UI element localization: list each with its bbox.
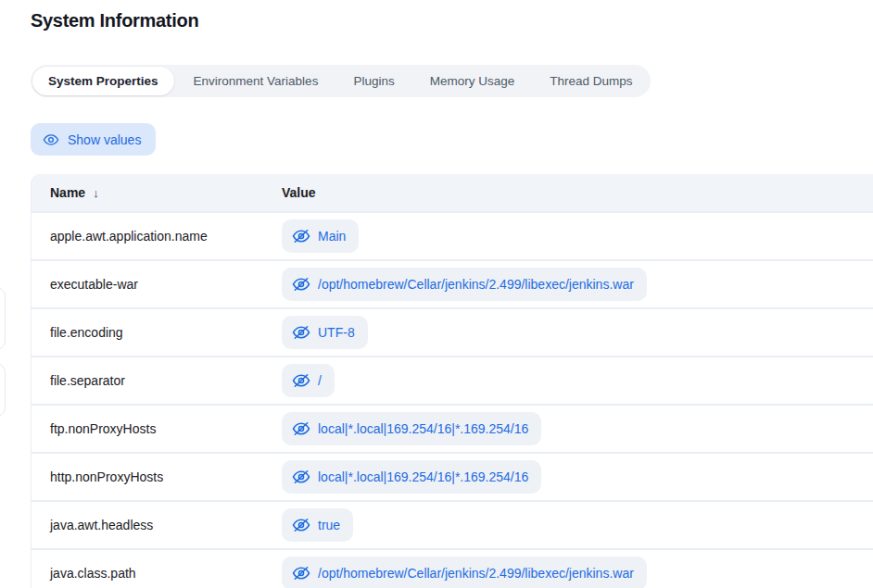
hidden-value-text: local|*.local|169.254/16|*.169.254/16 [318,421,528,436]
hidden-value-button[interactable]: Main [282,219,359,253]
eye-slash-icon [292,275,310,294]
property-value-cell: / [282,364,873,397]
property-name: executable-war [32,277,282,292]
hidden-value-text: true [318,518,340,532]
table-body: apple.awt.application.name Main executab… [32,213,873,588]
table-row: java.class.path /opt/homebrew/Cellar/jen… [32,550,873,588]
hidden-value-button[interactable]: local|*.local|169.254/16|*.169.254/16 [282,460,541,494]
eye-slash-icon [292,468,310,486]
table-row: http.nonProxyHosts local|*.local|169.254… [32,454,873,500]
eye-slash-icon [292,564,310,582]
table-row: file.separator / [32,357,873,404]
eye-slash-icon [292,227,310,245]
tab-label: Memory Usage [430,74,515,88]
tab-label: System Properties [48,74,158,88]
table-row: java.awt.headless true [32,502,873,548]
column-header-name[interactable]: Name ↓ [32,185,282,200]
property-value-cell: true [282,508,873,542]
column-header-name-label: Name [50,185,85,200]
hidden-value-button[interactable]: true [282,508,353,542]
property-name: file.encoding [32,325,282,340]
page-title: System Information [31,10,198,31]
table-row: ftp.nonProxyHosts local|*.local|169.254/… [32,406,873,452]
tab-label: Environment Variables [194,74,319,88]
property-name: http.nonProxyHosts [32,469,282,484]
hidden-value-button[interactable]: /opt/homebrew/Cellar/jenkins/2.499/libex… [282,557,647,588]
hidden-value-button[interactable]: /opt/homebrew/Cellar/jenkins/2.499/libex… [282,268,647,301]
tab-environment-variables[interactable]: Environment Variables [178,67,335,95]
eye-slash-icon [292,419,310,438]
tab-system-properties[interactable]: System Properties [32,67,174,95]
hidden-value-text: /opt/homebrew/Cellar/jenkins/2.499/libex… [318,277,634,292]
hidden-value-text: UTF-8 [318,325,355,340]
eye-slash-icon [292,371,310,390]
eye-slash-icon [292,516,310,534]
property-value-cell: UTF-8 [282,316,873,349]
tab-plugins[interactable]: Plugins [337,67,410,95]
property-value-cell: local|*.local|169.254/16|*.169.254/16 [282,460,873,494]
hidden-value-button[interactable]: UTF-8 [282,316,368,349]
system-properties-table: Name ↓ Value apple.awt.application.name … [31,174,873,588]
hidden-value-button[interactable]: / [282,364,335,397]
property-value-cell: /opt/homebrew/Cellar/jenkins/2.499/libex… [282,268,873,301]
tab-thread-dumps[interactable]: Thread Dumps [534,67,648,95]
hidden-value-text: / [318,373,322,388]
property-name: java.class.path [32,566,282,581]
partially-visible-button[interactable] [0,287,6,350]
sort-descending-icon: ↓ [93,186,99,200]
hidden-value-text: local|*.local|169.254/16|*.169.254/16 [318,469,528,484]
table-header: Name ↓ Value [32,174,873,211]
partially-visible-button[interactable] [0,363,6,417]
property-name: java.awt.headless [32,518,282,532]
property-value-cell: Main [282,219,873,253]
show-values-button[interactable]: Show values [31,123,156,156]
property-name: ftp.nonProxyHosts [32,421,282,436]
system-information-page: System Information System Properties Env… [0,0,873,588]
hidden-value-text: /opt/homebrew/Cellar/jenkins/2.499/libex… [318,566,634,581]
tab-memory-usage[interactable]: Memory Usage [414,67,531,95]
property-name: apple.awt.application.name [32,229,282,244]
column-header-value[interactable]: Value [282,185,873,200]
tab-label: Plugins [353,74,394,88]
hidden-value-button[interactable]: local|*.local|169.254/16|*.169.254/16 [282,412,541,445]
tab-bar: System Properties Environment Variables … [31,65,651,97]
tab-label: Thread Dumps [550,74,632,88]
property-value-cell: local|*.local|169.254/16|*.169.254/16 [282,412,873,445]
table-row: file.encoding UTF-8 [32,309,873,356]
show-values-label: Show values [68,132,141,147]
eye-slash-icon [292,323,310,342]
table-row: apple.awt.application.name Main [32,213,873,259]
property-value-cell: /opt/homebrew/Cellar/jenkins/2.499/libex… [282,557,873,588]
eye-icon [43,131,59,148]
property-name: file.separator [32,373,282,388]
hidden-value-text: Main [318,229,346,244]
table-row: executable-war /opt/homebrew/Cellar/jenk… [32,261,873,307]
